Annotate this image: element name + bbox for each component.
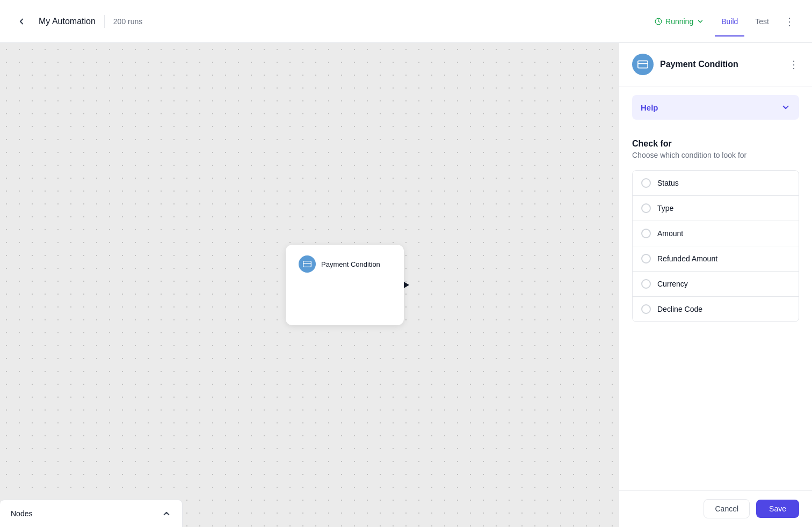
svg-rect-3 <box>638 61 648 68</box>
header-divider <box>104 15 105 28</box>
radio-refunded-amount[interactable] <box>641 254 651 264</box>
panel-header-left: Payment Condition <box>632 54 738 75</box>
option-item-type[interactable]: Type <box>633 196 799 221</box>
status-chevron-icon <box>697 18 704 25</box>
header-right: Running Build Test ⋮ <box>648 13 799 30</box>
node-card-icon <box>299 255 316 273</box>
canvas: Payment Condition Nodes <box>0 43 619 527</box>
save-button[interactable]: Save <box>756 500 799 518</box>
help-label: Help <box>641 103 658 112</box>
radio-currency[interactable] <box>641 279 651 289</box>
option-item-amount[interactable]: Amount <box>633 221 799 246</box>
nodes-panel-title: Nodes <box>11 509 32 518</box>
option-label-currency: Currency <box>657 280 688 288</box>
radio-decline-code[interactable] <box>641 304 651 314</box>
cancel-button[interactable]: Cancel <box>704 499 750 518</box>
radio-status[interactable] <box>641 178 651 188</box>
help-chevron-icon <box>781 103 791 112</box>
help-section[interactable]: Help <box>632 95 799 120</box>
header: My Automation 200 runs Running Build Tes… <box>0 0 812 43</box>
option-label-status: Status <box>657 179 679 187</box>
payment-condition-node[interactable]: Payment Condition <box>286 245 404 325</box>
run-count: 200 runs <box>113 17 142 26</box>
radio-type[interactable] <box>641 203 651 213</box>
option-item-currency[interactable]: Currency <box>633 272 799 297</box>
nodes-panel-chevron-icon <box>162 509 171 518</box>
panel-header: Payment Condition ⋮ <box>619 43 812 86</box>
node-card-header: Payment Condition <box>299 255 391 273</box>
option-label-amount: Amount <box>657 229 683 238</box>
automation-title: My Automation <box>39 17 96 26</box>
check-for-subtitle: Choose which condition to look for <box>632 151 799 159</box>
right-panel: Payment Condition ⋮ Help Check for Choos… <box>619 43 812 527</box>
check-for-title: Check for <box>632 139 799 149</box>
panel-footer: Cancel Save <box>619 490 812 527</box>
option-item-refunded-amount[interactable]: Refunded Amount <box>633 246 799 272</box>
panel-title: Payment Condition <box>660 60 738 69</box>
options-list: StatusTypeAmountRefunded AmountCurrencyD… <box>632 170 799 322</box>
header-left: My Automation 200 runs <box>13 13 142 30</box>
option-item-decline-code[interactable]: Decline Code <box>633 297 799 321</box>
svg-rect-1 <box>303 261 311 267</box>
tab-test[interactable]: Test <box>749 14 775 29</box>
status-label: Running <box>665 17 693 26</box>
option-label-type: Type <box>657 204 673 213</box>
node-expand-arrow <box>404 282 409 288</box>
header-more-button[interactable]: ⋮ <box>780 13 799 30</box>
panel-content: Check for Choose which condition to look… <box>619 128 812 490</box>
back-button[interactable] <box>13 13 30 30</box>
tab-build[interactable]: Build <box>715 14 744 29</box>
status-running[interactable]: Running <box>648 14 711 29</box>
nodes-panel[interactable]: Nodes <box>0 500 183 527</box>
panel-more-button[interactable]: ⋮ <box>788 58 799 71</box>
node-card-title: Payment Condition <box>321 260 380 268</box>
option-label-refunded-amount: Refunded Amount <box>657 254 717 263</box>
radio-amount[interactable] <box>641 229 651 238</box>
panel-icon <box>632 54 654 75</box>
option-label-decline-code: Decline Code <box>657 305 702 313</box>
option-item-status[interactable]: Status <box>633 171 799 196</box>
